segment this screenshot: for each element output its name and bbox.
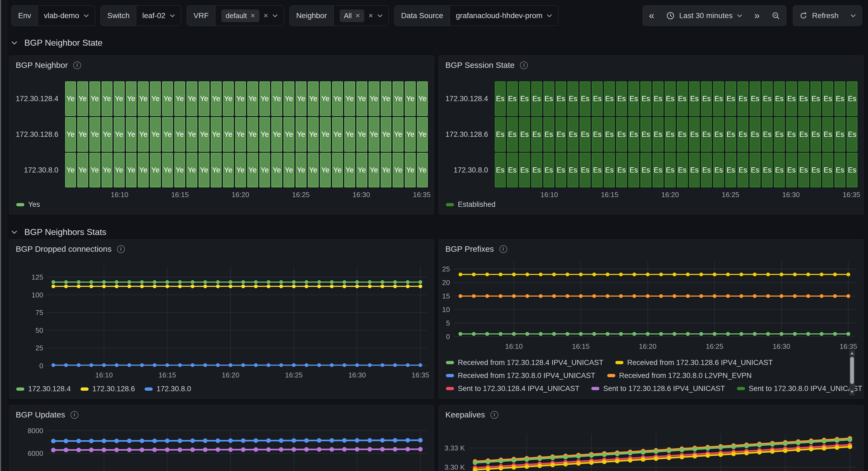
- filter-chip-default[interactable]: default ×: [221, 9, 259, 22]
- state-cell[interactable]: Es: [725, 153, 736, 187]
- state-cell[interactable]: Ye: [320, 117, 331, 152]
- state-cell[interactable]: Es: [556, 117, 566, 152]
- state-cell[interactable]: Ye: [77, 117, 88, 152]
- state-cell[interactable]: Ye: [271, 117, 282, 152]
- state-cell[interactable]: Ye: [393, 153, 403, 187]
- state-cell[interactable]: Es: [822, 153, 833, 187]
- section-bgp-neighbor-state[interactable]: BGP Neighbor State: [11, 38, 102, 48]
- state-cell[interactable]: Ye: [186, 153, 197, 187]
- legend-item[interactable]: 172.30.8.0: [145, 385, 191, 393]
- state-cell[interactable]: Ye: [138, 153, 149, 187]
- state-cell[interactable]: Es: [628, 81, 639, 116]
- state-cell[interactable]: Es: [653, 81, 663, 116]
- state-cell[interactable]: Ye: [138, 81, 149, 116]
- refresh-interval-dropdown[interactable]: [844, 6, 862, 26]
- state-cell[interactable]: Es: [774, 117, 785, 152]
- state-cell[interactable]: Ye: [356, 81, 367, 116]
- state-cell[interactable]: Es: [677, 153, 688, 187]
- info-icon[interactable]: i: [73, 61, 81, 69]
- state-cell[interactable]: Ye: [417, 117, 428, 152]
- state-cell[interactable]: Es: [725, 81, 736, 116]
- state-cell[interactable]: Es: [713, 117, 724, 152]
- state-cell[interactable]: Es: [762, 153, 773, 187]
- state-cell[interactable]: Ye: [308, 81, 319, 116]
- state-cell[interactable]: Es: [653, 153, 663, 187]
- state-cell[interactable]: Ye: [381, 117, 392, 152]
- state-cell[interactable]: Ye: [417, 81, 428, 116]
- state-cell[interactable]: Ye: [162, 81, 173, 116]
- legend-item[interactable]: Established: [446, 200, 496, 209]
- state-cell[interactable]: Es: [701, 153, 712, 187]
- time-shift-forward-button[interactable]: »: [748, 6, 766, 26]
- state-cell[interactable]: Es: [810, 117, 821, 152]
- state-cell[interactable]: Ye: [77, 81, 88, 116]
- state-cell[interactable]: Es: [604, 81, 615, 116]
- legend-item[interactable]: Received from 172.30.128.6 IPV4_UNICAST: [615, 358, 773, 367]
- state-cell[interactable]: Ye: [271, 153, 282, 187]
- state-cell[interactable]: Es: [495, 81, 506, 116]
- state-cell[interactable]: Es: [677, 81, 688, 116]
- info-icon[interactable]: i: [491, 411, 498, 419]
- state-cell[interactable]: Ye: [126, 153, 137, 187]
- state-cell[interactable]: Ye: [162, 117, 173, 152]
- legend-item[interactable]: Sent to 172.30.8.0 IPV4_UNICAST: [737, 384, 862, 393]
- state-timeline[interactable]: 172.30.128.4EsEsEsEsEsEsEsEsEsEsEsEsEsEs…: [445, 81, 858, 200]
- remove-chip-icon[interactable]: ×: [250, 12, 255, 20]
- state-cell[interactable]: Ye: [393, 81, 403, 116]
- state-cell[interactable]: Es: [665, 81, 676, 116]
- state-cell[interactable]: Es: [847, 153, 858, 187]
- state-cell[interactable]: Es: [689, 153, 700, 187]
- state-cell[interactable]: Es: [592, 117, 602, 152]
- info-icon[interactable]: i: [70, 411, 79, 419]
- state-cell[interactable]: Es: [616, 81, 627, 116]
- state-cell[interactable]: Ye: [296, 153, 306, 187]
- state-cell[interactable]: Es: [835, 153, 845, 187]
- variable-vrf-value[interactable]: default × ×: [215, 6, 284, 26]
- state-cell[interactable]: Es: [556, 153, 566, 187]
- state-cell[interactable]: Es: [725, 117, 736, 152]
- state-cell[interactable]: Es: [713, 81, 724, 116]
- state-cell[interactable]: Es: [507, 81, 518, 116]
- state-cell[interactable]: Es: [567, 117, 578, 152]
- state-cell[interactable]: Ye: [259, 81, 270, 116]
- state-cell[interactable]: Ye: [356, 153, 367, 187]
- state-cell[interactable]: Ye: [65, 153, 76, 187]
- scroll-up-icon[interactable]: [850, 352, 854, 354]
- state-cell[interactable]: Es: [810, 153, 821, 187]
- state-cell[interactable]: Ye: [235, 153, 246, 187]
- state-cell[interactable]: Ye: [65, 117, 76, 152]
- state-cell[interactable]: Ye: [89, 153, 100, 187]
- clear-all-icon[interactable]: ×: [369, 12, 373, 20]
- state-cell[interactable]: Ye: [381, 153, 392, 187]
- state-cell[interactable]: Es: [604, 117, 615, 152]
- legend-item[interactable]: Yes: [16, 200, 40, 209]
- state-cell[interactable]: Ye: [150, 81, 161, 116]
- clear-all-icon[interactable]: ×: [264, 12, 268, 20]
- state-cell[interactable]: Es: [701, 81, 712, 116]
- state-cell[interactable]: Ye: [247, 153, 258, 187]
- state-cell[interactable]: Es: [567, 81, 578, 116]
- state-cell[interactable]: Es: [544, 117, 554, 152]
- state-cell[interactable]: Ye: [174, 153, 185, 187]
- state-cell[interactable]: Ye: [162, 153, 173, 187]
- state-cell[interactable]: Es: [628, 153, 639, 187]
- filter-chip-all[interactable]: All ×: [340, 9, 364, 22]
- legend-item[interactable]: Sent to 172.30.128.6 IPV4_UNICAST: [591, 384, 725, 393]
- state-cell[interactable]: Ye: [150, 117, 161, 152]
- variable-neighbor-value[interactable]: All × ×: [334, 6, 389, 26]
- state-cell[interactable]: Ye: [405, 117, 415, 152]
- state-timeline[interactable]: 172.30.128.4YeYeYeYeYeYeYeYeYeYeYeYeYeYe…: [16, 81, 428, 200]
- state-cell[interactable]: Es: [531, 81, 542, 116]
- remove-chip-icon[interactable]: ×: [355, 12, 360, 20]
- state-cell[interactable]: Es: [641, 153, 651, 187]
- state-cell[interactable]: Ye: [174, 81, 185, 116]
- state-cell[interactable]: Es: [580, 81, 590, 116]
- legend-item[interactable]: Received from 172.30.128.4 IPV4_UNICAST: [446, 358, 603, 367]
- state-cell[interactable]: Ye: [259, 153, 270, 187]
- variable-datasource-value[interactable]: grafanacloud-hhdev-prom: [450, 6, 558, 26]
- state-cell[interactable]: Es: [519, 81, 530, 116]
- state-cell[interactable]: Ye: [186, 81, 197, 116]
- state-cell[interactable]: Ye: [381, 81, 392, 116]
- legend-scrollbar[interactable]: [849, 350, 855, 395]
- state-cell[interactable]: Es: [750, 153, 761, 187]
